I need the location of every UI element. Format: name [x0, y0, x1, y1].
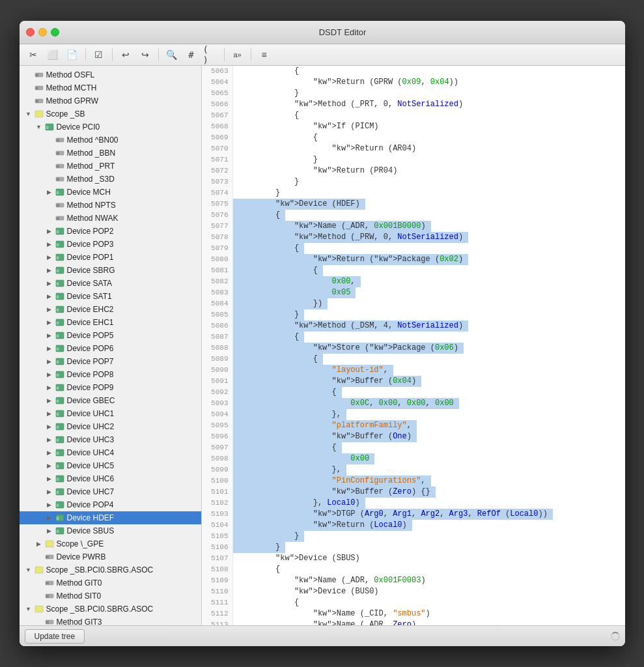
tree-item-6[interactable]: MMethod ^BN00: [20, 134, 201, 147]
code-line[interactable]: 5083 0x05: [202, 287, 625, 298]
code-line[interactable]: 5097 {: [202, 442, 625, 453]
tree-item-36[interactable]: ▶DDevice SBUS: [20, 524, 201, 537]
code-line[interactable]: 5073 }: [202, 177, 625, 188]
code-line[interactable]: 5103 "kw">DTGP (Arg0, Arg1, Arg2, Arg3, …: [202, 509, 625, 520]
code-line[interactable]: 5065 }: [202, 88, 625, 99]
code-line[interactable]: 5081 {: [202, 265, 625, 276]
tree-item-17[interactable]: ▶DDevice SATA: [20, 277, 201, 290]
check-icon[interactable]: ☑: [91, 47, 107, 63]
code-line[interactable]: 5102 }, Local0): [202, 498, 625, 509]
code-line[interactable]: 5078 "kw">Method (_PRW, 0, NotSerialized…: [202, 232, 625, 243]
tree-item-23[interactable]: ▶DDevice POP7: [20, 355, 201, 368]
tree-item-16[interactable]: ▶DDevice SBRG: [20, 264, 201, 277]
redo-icon[interactable]: ↪: [137, 47, 154, 63]
code-line[interactable]: 5100 "PinConfigurations",: [202, 475, 625, 487]
code-line[interactable]: 5108 {: [202, 564, 625, 575]
search-icon[interactable]: 🔍: [163, 47, 180, 63]
maximize-button[interactable]: [51, 28, 59, 36]
code-line[interactable]: 5094 },: [202, 409, 625, 420]
undo-icon[interactable]: ↩: [117, 47, 134, 63]
tree-item-40[interactable]: MMethod GIT0: [20, 576, 201, 589]
tree-item-12[interactable]: MMethod NWAK: [20, 212, 201, 225]
hash-icon[interactable]: #: [183, 47, 200, 63]
tree-item-3[interactable]: MMethod GPRW: [20, 94, 201, 107]
tree-item-19[interactable]: ▶DDevice EHC2: [20, 303, 201, 316]
tree-item-18[interactable]: ▶DDevice SAT1: [20, 290, 201, 303]
code-line[interactable]: 5104 "kw">Return (Local0): [202, 520, 625, 531]
tree-item-9[interactable]: MMethod _S3D: [20, 173, 201, 186]
indent-icon[interactable]: ≡: [256, 47, 273, 63]
code-line[interactable]: 5101 "kw">Buffer (Zero) {}: [202, 487, 625, 498]
tree-item-30[interactable]: ▶DDevice UHC4: [20, 446, 201, 459]
code-line[interactable]: 5069 {: [202, 132, 625, 143]
tree-item-37[interactable]: ▶Scope \_GPE: [20, 537, 201, 550]
tree-item-43[interactable]: MMethod GIT3: [20, 616, 201, 625]
code-line[interactable]: 5064 "kw">Return (GPRW (0x09, 0x04)): [202, 77, 625, 88]
tree-item-29[interactable]: ▶DDevice UHC3: [20, 433, 201, 446]
tree-item-22[interactable]: ▶DDevice POP6: [20, 342, 201, 355]
tree-item-42[interactable]: ▼Scope _SB.PCI0.SBRG.ASOC: [20, 603, 201, 616]
code-line[interactable]: 5077 "kw">Name (_ADR, 0x001B0000): [202, 221, 625, 232]
code-line[interactable]: 5098 0x00: [202, 453, 625, 464]
sidebar[interactable]: MMethod OSFLMMethod MCTHMMethod GPRW▼Sco…: [20, 66, 202, 625]
code-line[interactable]: 5095 "platformFamily",: [202, 420, 625, 431]
paste-icon[interactable]: 📄: [64, 47, 81, 63]
tree-item-26[interactable]: ▶DDevice GBEC: [20, 394, 201, 407]
code-line[interactable]: 5066 "kw">Method (_PRT, 0, NotSerialized…: [202, 99, 625, 110]
tree-item-10[interactable]: ▶DDevice MCH: [20, 186, 201, 199]
code-line[interactable]: 5106 }: [202, 542, 625, 553]
tree-item-2[interactable]: MMethod MCTH: [20, 81, 201, 94]
code-line[interactable]: 5068 "kw">If (PICM): [202, 121, 625, 132]
code-line[interactable]: 5089 {: [202, 354, 625, 365]
code-line[interactable]: 5112 "kw">Name (_CID, "smbus"): [202, 608, 625, 619]
code-line[interactable]: 5063 {: [202, 66, 625, 77]
code-line[interactable]: 5109 "kw">Name (_ADR, 0x001F0003): [202, 575, 625, 586]
code-line[interactable]: 5092 {: [202, 387, 625, 398]
tree-item-15[interactable]: ▶DDevice POP1: [20, 251, 201, 264]
tree-item-21[interactable]: ▶DDevice POP5: [20, 329, 201, 342]
code-line[interactable]: 5087 {: [202, 332, 625, 343]
tree-item-34[interactable]: ▶DDevice POP4: [20, 498, 201, 511]
code-line[interactable]: 5107 "kw">Device (SBUS): [202, 553, 625, 564]
minimize-button[interactable]: [38, 28, 47, 36]
code-line[interactable]: 5088 "kw">Store ("kw">Package (0x06): [202, 343, 625, 354]
code-line[interactable]: 5076 {: [202, 210, 625, 221]
code-line[interactable]: 5079 {: [202, 243, 625, 254]
tree-item-7[interactable]: MMethod _BBN: [20, 147, 201, 160]
tree-item-39[interactable]: ▼Scope _SB.PCI0.SBRG.ASOC: [20, 563, 201, 576]
code-line[interactable]: 5071 }: [202, 154, 625, 165]
close-button[interactable]: [26, 28, 35, 36]
tree-item-4[interactable]: ▼Scope _SB: [20, 107, 201, 121]
tree-item-27[interactable]: ▶DDevice UHC1: [20, 407, 201, 420]
tree-item-5[interactable]: ▼DDevice PCI0: [20, 121, 201, 134]
tree-item-1[interactable]: MMethod OSFL: [20, 68, 201, 81]
tree-item-11[interactable]: MMethod NPTS: [20, 199, 201, 212]
code-line[interactable]: 5074 }: [202, 188, 625, 199]
code-line[interactable]: 5067 {: [202, 110, 625, 121]
code-line[interactable]: 5113 "kw">Name (_ADR, Zero): [202, 619, 625, 625]
tree-item-33[interactable]: ▶DDevice UHC7: [20, 485, 201, 498]
tree-item-8[interactable]: MMethod _PRT: [20, 160, 201, 173]
code-line[interactable]: 5084 }): [202, 298, 625, 309]
code-line[interactable]: 5099 },: [202, 464, 625, 475]
tree-item-13[interactable]: ▶DDevice POP2: [20, 225, 201, 238]
tree-item-25[interactable]: ▶DDevice POP9: [20, 381, 201, 394]
cut-icon[interactable]: ✂: [25, 47, 42, 63]
code-line[interactable]: 5111 {: [202, 597, 625, 608]
tree-item-14[interactable]: ▶DDevice POP3: [20, 238, 201, 251]
at-icon[interactable]: a»: [229, 47, 246, 63]
code-view[interactable]: 5063 {5064 "kw">Return (GPRW (0x09, 0x04…: [202, 66, 625, 625]
code-line[interactable]: 5080 "kw">Return ("kw">Package (0x02): [202, 254, 625, 265]
tree-item-38[interactable]: MDevice PWRB: [20, 550, 201, 563]
code-line[interactable]: 5093 0x0C, 0x00, 0x00, 0x00: [202, 398, 625, 409]
code-line[interactable]: 5086 "kw">Method (_DSM, 4, NotSerialized…: [202, 320, 625, 332]
tree-item-31[interactable]: ▶DDevice UHC5: [20, 459, 201, 472]
code-line[interactable]: 5090 "layout-id",: [202, 365, 625, 376]
code-line[interactable]: 5105 }: [202, 531, 625, 542]
update-tree-button[interactable]: Update tree: [25, 629, 85, 644]
code-line[interactable]: 5070 "kw">Return (AR04): [202, 143, 625, 154]
tree-item-35[interactable]: ▶DDevice HDEF: [20, 511, 201, 524]
tree-item-41[interactable]: MMethod SIT0: [20, 589, 201, 603]
paren-icon[interactable]: ( ): [203, 47, 219, 63]
code-line[interactable]: 5091 "kw">Buffer (0x04): [202, 376, 625, 387]
